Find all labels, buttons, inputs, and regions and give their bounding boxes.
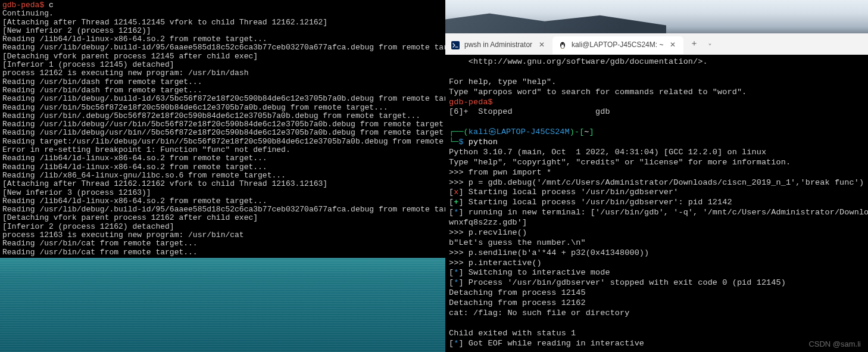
- repl-text: ] Starting local process '/usr/bin/gdbse…: [458, 198, 732, 207]
- tab-pwsh[interactable]: pwsh in Administrator ✕: [445, 36, 552, 54]
- shell-user-host: kali㉿LAPTOP-J45CS24M: [469, 127, 570, 136]
- repl-text: ] Got EOF while reading in interactive: [458, 339, 644, 348]
- repl-line: >>> from pwn import *: [449, 168, 551, 177]
- repl-line: Detaching from process 12145: [449, 288, 586, 297]
- repl-line: >>> p.interactive(): [449, 258, 542, 267]
- gdb-line: process 12163 is executing new program: …: [2, 230, 244, 239]
- gdb-line: Reading /lib/x86_64-linux-gnu/libc.so.6 …: [2, 171, 286, 180]
- gdb-line: Reading /usr/lib/debug/.build-id/95/6aae…: [2, 43, 445, 52]
- repl-text: wnxfq8s2zz.gdb']: [449, 218, 527, 227]
- bracket: [: [449, 268, 454, 277]
- python-help: Type "help", "copyright", "credits" or "…: [449, 158, 791, 167]
- gdb-line: Reading /usr/lib/debug/.build-id/63/5bc5…: [2, 94, 445, 103]
- repl-text: ] Switching to interactive mode: [458, 268, 610, 277]
- gdb-line: Reading /lib64/ld-linux-x86-64.so.2 from…: [2, 35, 267, 43]
- shell-dollar: $: [458, 138, 463, 147]
- gdb-line: [Inferior 2 (process 12162) detached]: [2, 222, 174, 231]
- gdb-command: c: [49, 1, 54, 10]
- gdb-line: [Attaching after Thread 12145.12145 vfor…: [2, 18, 327, 27]
- powershell-icon: [451, 41, 460, 49]
- repl-text: ] Process '/usr/bin/gdbserver' stopped w…: [458, 278, 786, 287]
- shell-prompt-mid: )-[: [570, 127, 585, 136]
- help-line: Type "apropos word" to search for comman…: [449, 88, 747, 96]
- shell-prompt-close: ]: [589, 127, 594, 136]
- left-pane: gdb-peda$ c Continuing. [Attaching after…: [0, 0, 445, 352]
- repl-text: ] running in new terminal: ['/usr/bin/gd…: [458, 208, 868, 217]
- repl-line: >>> p.recvline(): [449, 228, 527, 237]
- repl-line: Child exited with status 1: [449, 329, 576, 338]
- wallpaper-right: [445, 0, 868, 33]
- help-line: For help, type "help".: [449, 77, 556, 86]
- repl-text: ] Starting local process '/usr/bin/gdbse…: [458, 188, 678, 197]
- gdb-line: [New inferior 2 (process 12162)]: [2, 26, 151, 35]
- tab-bar: pwsh in Administrator ✕ kali@LAPTOP-J45C…: [445, 33, 868, 55]
- gdb-line: Error in re-setting breakpoint 1: Functi…: [2, 145, 291, 154]
- close-icon[interactable]: ✕: [537, 41, 547, 49]
- right-pane: pwsh in Administrator ✕ kali@LAPTOP-J45C…: [445, 0, 868, 352]
- new-tab-button[interactable]: ＋: [686, 36, 702, 52]
- gdb-line: Reading /usr/bin/5bc56f872e18f20c590b84d…: [2, 103, 388, 112]
- gdb-line: Reading /usr/bin/cat from remote target.…: [2, 248, 198, 257]
- tux-icon: [558, 41, 567, 49]
- bracket: [: [449, 339, 454, 348]
- shell-path: ~: [584, 127, 589, 136]
- gdb-terminal[interactable]: gdb-peda$ c Continuing. [Attaching after…: [0, 0, 445, 258]
- gdb-line: [Detaching vfork parent process 12162 af…: [2, 213, 258, 222]
- gdb-peda-prompt: gdb-peda$: [449, 98, 493, 107]
- gdb-prompt: gdb-peda$: [2, 1, 44, 10]
- repl-line: >>> p.sendline(b'a'*44 + p32(0x41348000)…: [449, 248, 649, 257]
- svg-point-2: [561, 45, 564, 48]
- shell-prompt-line1-bracket: ┌──(: [449, 127, 469, 136]
- wallpaper-left: [0, 258, 445, 352]
- gdb-line: [Inferior 1 (process 12145) detached]: [2, 60, 174, 69]
- gdb-line: [New inferior 3 (process 12163)]: [2, 188, 151, 197]
- tab-dropdown-button[interactable]: ⌄: [702, 36, 717, 52]
- bracket: [: [449, 278, 454, 287]
- svg-rect-0: [451, 41, 460, 49]
- bracket: [: [449, 188, 454, 197]
- shell-command: python: [469, 138, 498, 147]
- gdb-line: Reading /usr/bin/dash from remote target…: [2, 86, 202, 95]
- gdb-line: Reading /usr/bin/dash from remote target…: [2, 77, 202, 86]
- stopped-line: [6]+ Stopped gdb: [449, 107, 610, 116]
- gdb-line: [Attaching after Thread 12162.12162 vfor…: [2, 179, 327, 188]
- svg-point-3: [561, 43, 563, 45]
- tab-label: kali@LAPTOP-J45CS24M: ~: [572, 41, 663, 49]
- tab-label: pwsh in Administrator: [464, 41, 532, 49]
- close-icon[interactable]: ✕: [668, 41, 677, 49]
- gdb-line: Reading /usr/lib/debug/.build-id/95/6aae…: [2, 205, 445, 214]
- kali-terminal[interactable]: <http://www.gnu.org/software/gdb/documen…: [445, 55, 868, 352]
- gdb-line: Continuing.: [2, 9, 54, 18]
- bracket: [: [449, 198, 454, 207]
- python-version: Python 3.10.7 (main, Oct 1 2022, 04:31:0…: [449, 148, 766, 157]
- repl-line: cat: /flag: No such file or directory: [449, 309, 629, 317]
- repl-line: Detaching from process 12162: [449, 298, 586, 307]
- gdb-line: Reading /usr/bin/cat from remote target.…: [2, 239, 198, 248]
- doc-url: <http://www.gnu.org/software/gdb/documen…: [469, 57, 708, 66]
- tab-kali[interactable]: kali@LAPTOP-J45CS24M: ~ ✕: [552, 36, 683, 54]
- gdb-line: Reading /usr/bin/.debug/5bc56f872e18f20c…: [2, 111, 420, 120]
- gdb-line: Reading /lib64/ld-linux-x86-64.so.2 from…: [2, 197, 267, 205]
- svg-point-4: [563, 43, 564, 45]
- gdb-line: Reading /usr/lib/debug/usr/bin//5bc56f87…: [2, 128, 445, 137]
- gdb-line: Reading target:/usr/lib/debug/usr/bin//5…: [2, 137, 445, 146]
- repl-line: b"Let's guess the number.\n": [449, 238, 586, 247]
- gdb-line: Reading /usr/lib/debug//usr/bin/5bc56f87…: [2, 120, 445, 129]
- gdb-line: [Detaching vfork parent process 12145 af…: [2, 52, 258, 61]
- gdb-line: process 12162 is executing new program: …: [2, 68, 248, 77]
- shell-prompt-line2: └─: [449, 138, 458, 147]
- bracket: [: [449, 208, 454, 217]
- gdb-line: Reading /lib64/ld-linux-x86-64.so.2 from…: [2, 163, 267, 172]
- gdb-line: Reading /lib64/ld-linux-x86-64.so.2 from…: [2, 154, 267, 163]
- repl-line: >>> p = gdb.debug('/mnt/c/Users/Administ…: [449, 178, 864, 187]
